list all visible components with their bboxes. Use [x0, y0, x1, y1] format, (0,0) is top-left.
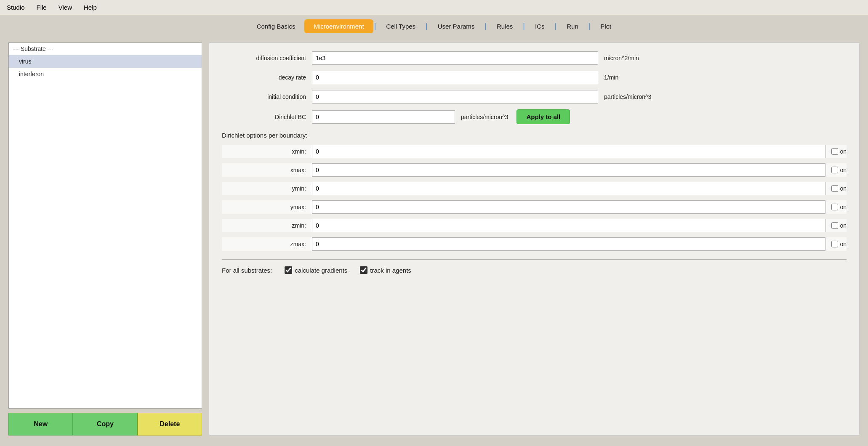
boundary-ymax-on-area: on [831, 204, 847, 210]
boundary-ymin-input[interactable] [312, 182, 825, 195]
boundary-xmax-checkbox[interactable] [831, 167, 838, 173]
tab-sep-6: | [588, 22, 591, 31]
boundary-xmax-on-area: on [831, 167, 847, 173]
boundary-zmax-row: zmax: on [222, 237, 847, 251]
substrate-item-interferon[interactable]: interferon [9, 68, 202, 80]
substrate-header: --- Substrate --- [9, 43, 202, 55]
boundary-xmin-label: xmin: [222, 148, 306, 155]
boundary-xmin-input[interactable] [312, 145, 825, 158]
apply-to-all-button[interactable]: Apply to all [517, 109, 570, 124]
dirichlet-bc-row: Dirichlet BC particles/micron^3 Apply to… [222, 109, 847, 124]
boundary-zmin-input[interactable] [312, 219, 825, 232]
boundary-ymax-row: ymax: on [222, 200, 847, 214]
boundary-zmin-checkbox[interactable] [831, 222, 838, 229]
boundary-ymin-checkbox[interactable] [831, 185, 838, 192]
substrate-item-virus[interactable]: virus [9, 55, 202, 68]
boundary-ymax-checkbox[interactable] [831, 204, 838, 210]
tab-run[interactable]: Run [557, 19, 588, 33]
substrate-list: --- Substrate --- virus interferon [8, 42, 202, 409]
boundary-zmin-row: zmin: on [222, 219, 847, 232]
initial-condition-row: initial condition particles/micron^3 [222, 90, 847, 104]
boundary-xmin-row: xmin: on [222, 145, 847, 158]
dirichlet-bc-unit: particles/micron^3 [461, 114, 508, 120]
track-in-agents-group: track in agents [360, 266, 411, 274]
boundary-zmax-on-label: on [840, 241, 847, 247]
menubar: Studio File View Help [0, 0, 868, 15]
diffusion-coefficient-unit: micron^2/min [604, 55, 639, 61]
boundary-ymin-on-area: on [831, 185, 847, 192]
boundary-xmax-row: xmax: on [222, 163, 847, 177]
for-all-substrates-label: For all substrates: [222, 267, 272, 274]
tab-user-params[interactable]: User Params [429, 19, 484, 33]
boundary-xmax-on-label: on [840, 167, 847, 173]
substrate-footer: For all substrates: calculate gradients … [222, 266, 847, 274]
decay-rate-row: decay rate 1/min [222, 71, 847, 84]
decay-rate-unit: 1/min [604, 74, 618, 81]
menu-help[interactable]: Help [82, 3, 99, 12]
menu-studio[interactable]: Studio [5, 3, 27, 12]
boundary-ymin-label: ymin: [222, 185, 306, 192]
boundary-zmin-on-area: on [831, 222, 847, 229]
tab-cell-types[interactable]: Cell Types [377, 19, 425, 33]
delete-button[interactable]: Delete [138, 413, 202, 435]
dirichlet-options-title: Dirichlet options per boundary: [222, 132, 847, 139]
initial-condition-unit: particles/micron^3 [604, 93, 651, 100]
tabbar: Config Basics Microenvironment | Cell Ty… [0, 15, 868, 36]
tab-sep-3: | [484, 22, 487, 31]
right-panel: diffusion coefficient micron^2/min decay… [209, 42, 860, 435]
diffusion-coefficient-input[interactable] [312, 51, 598, 65]
boundary-zmax-on-area: on [831, 241, 847, 247]
calculate-gradients-checkbox[interactable] [285, 266, 292, 274]
track-in-agents-checkbox[interactable] [360, 266, 367, 274]
decay-rate-label: decay rate [222, 74, 306, 81]
diffusion-coefficient-label: diffusion coefficient [222, 55, 306, 61]
boundary-zmax-label: zmax: [222, 241, 306, 247]
main-content: --- Substrate --- virus interferon New C… [0, 36, 868, 442]
tab-ics[interactable]: ICs [526, 19, 554, 33]
boundary-xmin-checkbox[interactable] [831, 148, 838, 155]
left-panel: --- Substrate --- virus interferon New C… [8, 42, 202, 435]
boundary-ymax-label: ymax: [222, 204, 306, 210]
tab-sep-5: | [554, 22, 558, 31]
track-in-agents-label: track in agents [370, 267, 411, 274]
diffusion-coefficient-row: diffusion coefficient micron^2/min [222, 51, 847, 65]
tab-plot[interactable]: Plot [591, 19, 620, 33]
tab-sep-2: | [425, 22, 429, 31]
boundary-zmin-on-label: on [840, 222, 847, 229]
boundary-xmax-label: xmax: [222, 167, 306, 173]
bottom-buttons: New Copy Delete [8, 413, 202, 435]
initial-condition-input[interactable] [312, 90, 598, 104]
boundary-xmax-input[interactable] [312, 163, 825, 177]
divider [222, 259, 847, 260]
tab-microenvironment[interactable]: Microenvironment [304, 19, 373, 33]
boundary-xmin-on-label: on [840, 148, 847, 155]
copy-button[interactable]: Copy [73, 413, 137, 435]
tab-rules[interactable]: Rules [487, 19, 522, 33]
boundary-zmin-label: zmin: [222, 222, 306, 229]
boundary-zmax-input[interactable] [312, 237, 825, 251]
decay-rate-input[interactable] [312, 71, 598, 84]
boundary-zmax-checkbox[interactable] [831, 241, 838, 247]
initial-condition-label: initial condition [222, 93, 306, 100]
tab-sep-1: | [373, 22, 377, 31]
dirichlet-bc-input[interactable] [312, 110, 455, 124]
calculate-gradients-label: calculate gradients [295, 267, 347, 274]
boundary-ymax-input[interactable] [312, 200, 825, 214]
menu-file[interactable]: File [35, 3, 48, 12]
calculate-gradients-group: calculate gradients [285, 266, 347, 274]
dirichlet-bc-label: Dirichlet BC [222, 114, 306, 120]
boundary-ymax-on-label: on [840, 204, 847, 210]
boundary-xmin-on-area: on [831, 148, 847, 155]
new-button[interactable]: New [8, 413, 73, 435]
params-area: diffusion coefficient micron^2/min decay… [209, 43, 859, 282]
menu-view[interactable]: View [57, 3, 74, 12]
tab-sep-4: | [522, 22, 526, 31]
tab-config-basics[interactable]: Config Basics [248, 19, 305, 33]
boundary-ymin-row: ymin: on [222, 182, 847, 195]
boundary-ymin-on-label: on [840, 185, 847, 192]
